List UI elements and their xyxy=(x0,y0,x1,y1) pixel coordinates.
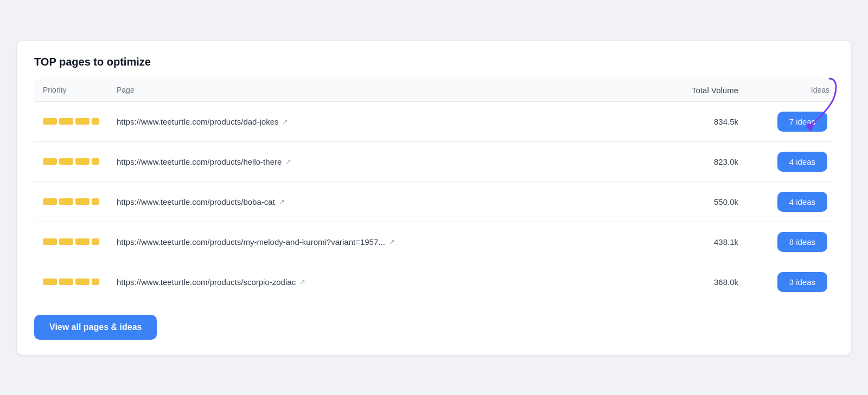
top-pages-card: TOP pages to optimize Priority Page Tota… xyxy=(16,40,852,355)
page-url-text: https://www.teeturtle.com/products/my-me… xyxy=(117,237,385,247)
page-url-text: https://www.teeturtle.com/products/dad-j… xyxy=(117,117,278,126)
view-all-button[interactable]: View all pages & ideas xyxy=(34,315,157,340)
external-link-icon[interactable]: ↗︎ xyxy=(299,278,305,286)
ideas-button[interactable]: 7 ideas xyxy=(777,112,827,132)
col-priority-header: Priority xyxy=(34,79,108,102)
page-cell: https://www.teeturtle.com/products/my-me… xyxy=(108,222,660,262)
priority-bar-full xyxy=(43,238,57,245)
priority-cell xyxy=(34,182,108,222)
page-cell: https://www.teeturtle.com/products/dad-j… xyxy=(108,101,660,141)
priority-cell xyxy=(34,141,108,182)
priority-bar-full xyxy=(75,279,90,285)
page-cell: https://www.teeturtle.com/products/scorp… xyxy=(108,262,660,302)
priority-bar-full xyxy=(43,158,57,165)
priority-bar-full xyxy=(75,118,90,125)
page-cell: https://www.teeturtle.com/products/boba-… xyxy=(108,182,660,222)
ideas-button[interactable]: 4 ideas xyxy=(777,192,827,212)
priority-bar-full xyxy=(59,238,73,245)
volume-cell: 368.0k xyxy=(660,262,747,302)
external-link-icon[interactable]: ↗︎ xyxy=(285,158,291,166)
col-volume-header: Total Volume xyxy=(660,79,747,102)
priority-cell xyxy=(34,101,108,141)
ideas-cell: 3 ideas xyxy=(747,262,834,302)
pages-table: Priority Page Total Volume Ideas https:/… xyxy=(34,79,834,302)
page-url-text: https://www.teeturtle.com/products/hello… xyxy=(117,157,282,166)
page-url-text: https://www.teeturtle.com/products/scorp… xyxy=(117,277,296,287)
priority-bar-full xyxy=(75,198,90,205)
ideas-cell: 8 ideas xyxy=(747,222,834,262)
priority-bars xyxy=(43,158,99,165)
ideas-button[interactable]: 8 ideas xyxy=(777,232,827,252)
ideas-cell: 4 ideas xyxy=(747,141,834,182)
priority-bar-half xyxy=(92,279,99,285)
priority-bar-full xyxy=(59,279,73,285)
ideas-button[interactable]: 3 ideas xyxy=(777,272,827,292)
volume-cell: 550.0k xyxy=(660,182,747,222)
table-row: https://www.teeturtle.com/products/dad-j… xyxy=(34,101,834,141)
ideas-button[interactable]: 4 ideas xyxy=(777,152,827,172)
table-row: https://www.teeturtle.com/products/hello… xyxy=(34,141,834,182)
table-row: https://www.teeturtle.com/products/boba-… xyxy=(34,182,834,222)
page-url: https://www.teeturtle.com/products/dad-j… xyxy=(117,117,652,126)
page-url: https://www.teeturtle.com/products/scorp… xyxy=(117,277,652,287)
priority-bar-half xyxy=(92,118,99,125)
priority-bar-full xyxy=(75,158,90,165)
ideas-cell: 7 ideas xyxy=(747,101,834,141)
priority-bar-full xyxy=(59,118,73,125)
priority-bar-half xyxy=(92,238,99,245)
priority-bars xyxy=(43,238,99,245)
col-page-header: Page xyxy=(108,79,660,102)
page-cell: https://www.teeturtle.com/products/hello… xyxy=(108,141,660,182)
page-url: https://www.teeturtle.com/products/boba-… xyxy=(117,197,652,206)
external-link-icon[interactable]: ↗︎ xyxy=(282,118,288,126)
priority-cell xyxy=(34,262,108,302)
priority-bars xyxy=(43,279,99,285)
card-footer: View all pages & ideas xyxy=(34,315,834,340)
page-url-text: https://www.teeturtle.com/products/boba-… xyxy=(117,197,275,206)
external-link-icon[interactable]: ↗︎ xyxy=(389,238,395,246)
priority-bar-full xyxy=(59,158,73,165)
priority-bars xyxy=(43,198,99,205)
table-header-row: Priority Page Total Volume Ideas xyxy=(34,79,834,102)
table-row: https://www.teeturtle.com/products/my-me… xyxy=(34,222,834,262)
volume-cell: 834.5k xyxy=(660,101,747,141)
priority-bar-full xyxy=(59,198,73,205)
priority-bar-full xyxy=(75,238,90,245)
page-url: https://www.teeturtle.com/products/hello… xyxy=(117,157,652,166)
card-title: TOP pages to optimize xyxy=(34,56,834,68)
priority-bar-full xyxy=(43,279,57,285)
priority-cell xyxy=(34,222,108,262)
priority-bars xyxy=(43,118,99,125)
ideas-cell: 4 ideas xyxy=(747,182,834,222)
external-link-icon[interactable]: ↗︎ xyxy=(279,198,285,206)
priority-bar-half xyxy=(92,198,99,205)
volume-cell: 438.1k xyxy=(660,222,747,262)
volume-cell: 823.0k xyxy=(660,141,747,182)
page-url: https://www.teeturtle.com/products/my-me… xyxy=(117,237,652,247)
table-row: https://www.teeturtle.com/products/scorp… xyxy=(34,262,834,302)
priority-bar-full xyxy=(43,118,57,125)
priority-bar-half xyxy=(92,158,99,165)
col-ideas-header: Ideas xyxy=(747,79,834,102)
priority-bar-full xyxy=(43,198,57,205)
